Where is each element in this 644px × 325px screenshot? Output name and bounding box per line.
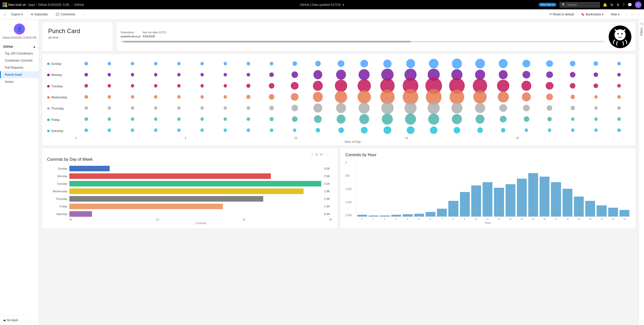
bubble-cell-d4-h10 — [307, 103, 329, 112]
star-icon[interactable]: ☆ — [625, 12, 628, 16]
sidebar-item-contributor[interactable]: Contributor Commits — [0, 57, 39, 64]
bubble-d5-h14 — [405, 114, 416, 125]
hbar-val-friday: 1.9K — [324, 205, 332, 208]
bubble-cell-d5-h9 — [283, 116, 306, 122]
hbar-fill-monday — [69, 173, 271, 179]
hbar-row-monday: Monday2.5K — [47, 173, 332, 179]
scroll-bar-track[interactable] — [123, 41, 603, 42]
bubble-cell-d5-h14 — [399, 114, 422, 125]
bubble-cell-d4-h3 — [144, 106, 167, 110]
bubble-d5-h13 — [382, 114, 393, 125]
breadcrumb-report[interactable]: Github 5/16/2020, 5:39... — [38, 3, 71, 7]
bubble-cell-d2-h21 — [561, 83, 584, 89]
comments-icon: 💬 — [56, 13, 60, 16]
bubble-cell-d3-h21 — [561, 95, 584, 99]
breadcrumb-apps[interactable]: Apps — [28, 3, 35, 7]
bubble-cell-d0-h13 — [376, 60, 399, 68]
vbar-8 — [448, 201, 458, 216]
notifications-icon[interactable]: 🔔 — [603, 3, 607, 7]
comments-button[interactable]: 💬 Comments — [54, 12, 77, 17]
scroll-left-icon[interactable]: ‹ — [121, 40, 122, 43]
vbar-x-label-13: 13 — [505, 218, 516, 220]
bubble-d5-h12 — [359, 114, 369, 124]
bubble-cell-d6-h10 — [307, 128, 329, 132]
bubble-d4-h3 — [154, 106, 157, 110]
back-button[interactable]: ‹ — [4, 12, 5, 17]
bubble-d3-h3 — [154, 95, 157, 98]
bubble-cell-d4-h6 — [214, 106, 237, 110]
microsoft-logo — [3, 3, 7, 7]
go-back-button[interactable]: ◀ Go back — [0, 315, 39, 325]
view-button[interactable]: View ▾ — [608, 12, 622, 17]
vbar-23 — [620, 210, 629, 216]
vbar-x-label-15: 15 — [528, 218, 539, 220]
new-look-toggle[interactable]: New look on — [539, 3, 557, 7]
monday-dot — [47, 74, 50, 76]
powerbi-label: New look on — [8, 3, 26, 7]
bubble-d6-h10 — [316, 128, 320, 132]
bubble-d0-h20 — [546, 60, 553, 67]
bubble-cell-d3-h12 — [353, 90, 376, 104]
more-icon[interactable]: ··· — [330, 153, 332, 156]
breadcrumb-page[interactable]: GitHub — [74, 3, 84, 7]
bubble-d0-h9 — [292, 61, 297, 66]
focus-icon[interactable]: ⛶ — [325, 153, 328, 156]
vbar-1 — [369, 215, 378, 216]
share-icon[interactable]: ↗ — [637, 12, 640, 16]
user-avatar[interactable]: U — [635, 2, 641, 8]
bubble-d3-h6 — [224, 95, 227, 98]
punch-header-area: Punch Card all time Repository last run … — [42, 22, 635, 51]
drill-icon[interactable]: ⊕ — [315, 153, 318, 156]
reset-button[interactable]: ↺ Reset to default — [547, 12, 576, 17]
sidebar-item-pullrequests[interactable]: Pull Requests — [0, 64, 39, 71]
bubble-d2-h1 — [108, 84, 111, 87]
sidebar-collapse-icon: ▲ — [33, 45, 36, 48]
saturday-dot — [47, 130, 50, 132]
bubble-d0-h3 — [154, 62, 157, 65]
export-label: Export — [11, 13, 20, 16]
sidebar-item-punchcard[interactable]: Punch Card — [0, 71, 39, 78]
filter-icon[interactable]: ⊞ — [320, 153, 323, 156]
bubble-d2-h4 — [177, 84, 181, 87]
bubble-d0-h17 — [475, 59, 485, 68]
feedback-icon[interactable]: 💬 — [628, 3, 632, 7]
hbar-val-tuesday: 3.1K — [324, 182, 332, 185]
bubble-cell-d0-h14 — [399, 59, 422, 68]
bubble-x-axis: 0 5 10 15 20 24 — [75, 137, 630, 140]
search-box[interactable]: 🔍 Search — [560, 2, 600, 8]
sidebar-item-issues[interactable]: Issues — [0, 78, 39, 85]
data-dropdown-icon[interactable]: ▾ — [343, 3, 344, 7]
bubble-d6-h17 — [477, 127, 483, 133]
subscribe-button[interactable]: ✉ Subscribe — [29, 12, 50, 17]
edit-icon[interactable]: ✏ — [631, 12, 634, 16]
bubble-d4-h13 — [381, 102, 393, 114]
bubble-d4-h20 — [547, 105, 552, 111]
bubble-d4-h17 — [475, 103, 485, 113]
hbar-fill-wednesday — [69, 188, 304, 194]
bubble-d5-h3 — [154, 117, 157, 121]
bubble-d5-h8 — [270, 117, 273, 121]
bubble-cell-d5-h6 — [214, 117, 237, 121]
vbar-chart-container: 2,000 1,500 1,000 500 0 0123456789101112… — [345, 161, 631, 224]
scroll-right-icon[interactable]: › — [604, 40, 605, 43]
bubble-cell-d6-h14 — [399, 126, 422, 134]
vbar-3 — [391, 215, 401, 216]
hbar-x-axis: 0K 1K 2K 3K — [47, 218, 332, 221]
sidebar-section-header[interactable]: GitHub ▲ — [0, 43, 39, 50]
bubble-d3-h17 — [473, 90, 487, 104]
sidebar-item-top100[interactable]: Top 100 Contributors — [0, 50, 39, 57]
vbar-20 — [585, 201, 595, 216]
bubble-cell-d3-h22 — [584, 95, 607, 98]
bubble-cell-d5-h5 — [191, 117, 213, 121]
expand-icon[interactable]: ⤢ — [311, 153, 313, 156]
help-icon[interactable]: ? — [623, 3, 625, 7]
download-icon[interactable]: ⬇ — [617, 3, 620, 7]
filters-toggle-icon[interactable]: ◁ — [640, 21, 643, 25]
settings-icon[interactable]: ⚙ — [610, 3, 613, 7]
bookmarks-button[interactable]: 🔖 Bookmarks ▾ — [579, 12, 605, 17]
bubble-cell-d0-h19 — [515, 60, 538, 68]
export-button[interactable]: Export ▾ — [9, 12, 25, 17]
more-button[interactable]: ··· — [81, 12, 88, 17]
bubble-d4-h9 — [291, 105, 298, 111]
vbar-15 — [528, 173, 538, 216]
